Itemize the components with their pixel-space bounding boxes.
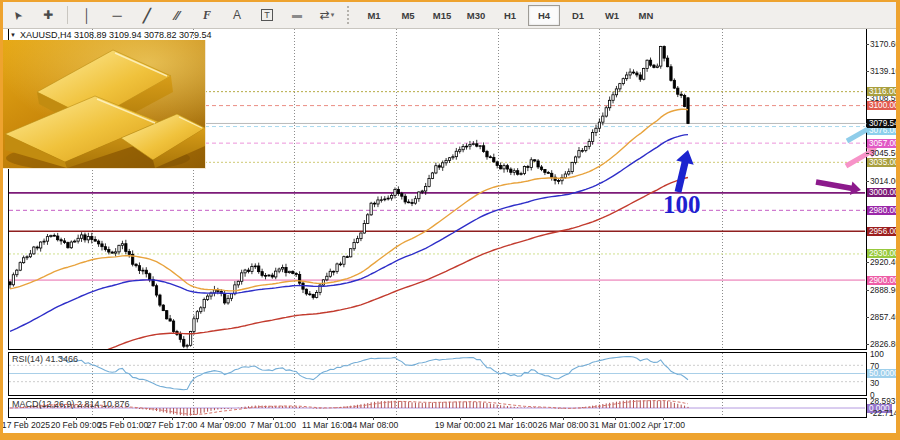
- label-tool-icon: T: [261, 9, 273, 21]
- channel-tool[interactable]: ∕∕: [163, 4, 191, 27]
- drawing-tools-group: ➤✚│─╱∕∕FAT▬⇄▾: [3, 4, 357, 27]
- chart-region[interactable]: ▼ XAUUSD,H4 3108.89 3109.94 3078.82 3079…: [3, 28, 896, 433]
- window-frame-right: [896, 0, 900, 440]
- crosshair-tool[interactable]: ✚: [34, 4, 62, 27]
- trendline-tool-icon: ╱: [143, 9, 151, 22]
- horizontal-line-tool-icon: ─: [112, 9, 121, 22]
- text-tool-icon: A: [233, 9, 241, 21]
- macd-indicator-label: MACD(12,26,9) 2.814 10.876: [12, 399, 130, 409]
- window-frame-bottom: [0, 433, 900, 440]
- timeframe-M5[interactable]: M5: [392, 5, 424, 26]
- shapes-tool-icon: ▬: [292, 10, 302, 20]
- ma-100-label: 100: [663, 191, 701, 219]
- toolbar-separator: [67, 6, 68, 24]
- chart-title[interactable]: ▼ XAUUSD,H4 3108.89 3109.94 3078.82 3079…: [10, 30, 212, 40]
- timeframe-H4[interactable]: H4: [528, 5, 560, 26]
- window-frame-left: [0, 0, 3, 440]
- toolbar-drag-handle[interactable]: [347, 6, 352, 24]
- pointer-tool-icon: ➤: [11, 8, 25, 22]
- dropdown-caret-icon: ▾: [331, 11, 335, 19]
- gold-bars-illustration: [3, 40, 205, 168]
- timeframe-D1[interactable]: D1: [562, 5, 594, 26]
- timeframe-M15[interactable]: M15: [426, 5, 458, 26]
- horizontal-line-tool[interactable]: ─: [103, 4, 131, 27]
- text-tool[interactable]: A: [223, 4, 251, 27]
- timeframe-M30[interactable]: M30: [460, 5, 492, 26]
- trendline-tool[interactable]: ╱: [133, 4, 161, 27]
- vertical-line-tool[interactable]: │: [73, 4, 101, 27]
- fibonacci-tool[interactable]: F: [193, 4, 221, 27]
- fibonacci-tool-icon: F: [203, 9, 211, 21]
- timeframe-MN[interactable]: MN: [630, 5, 662, 26]
- channel-tool-icon: ∕∕: [175, 9, 179, 22]
- window-frame-top: [0, 0, 900, 2]
- crosshair-tool-icon: ✚: [43, 9, 53, 21]
- pointer-tool[interactable]: ➤: [4, 4, 32, 27]
- label-tool[interactable]: T: [253, 4, 281, 27]
- timeframe-group: M1M5M15M30H1H4D1W1MN: [357, 5, 663, 26]
- mt-terminal-window: ➤✚│─╱∕∕FAT▬⇄▾ M1M5M15M30H1H4D1W1MN ▼ XAU…: [0, 0, 900, 440]
- symbol-dropdown-icon[interactable]: ▼: [10, 32, 16, 38]
- timeframe-M1[interactable]: M1: [358, 5, 390, 26]
- rsi-indicator-label: RSI(14) 41.3466: [12, 354, 78, 364]
- arrows-dropdown[interactable]: ⇄▾: [313, 4, 341, 27]
- gold-bars-image: [3, 40, 206, 169]
- chart-title-text: XAUUSD,H4 3108.89 3109.94 3078.82 3079.5…: [20, 30, 212, 40]
- vertical-line-tool-icon: │: [83, 9, 91, 22]
- toolbar: ➤✚│─╱∕∕FAT▬⇄▾ M1M5M15M30H1H4D1W1MN: [3, 2, 896, 29]
- timeframe-H1[interactable]: H1: [494, 5, 526, 26]
- arrows-dropdown-icon: ⇄: [320, 9, 330, 21]
- timeframe-W1[interactable]: W1: [596, 5, 628, 26]
- shapes-tool[interactable]: ▬: [283, 4, 311, 27]
